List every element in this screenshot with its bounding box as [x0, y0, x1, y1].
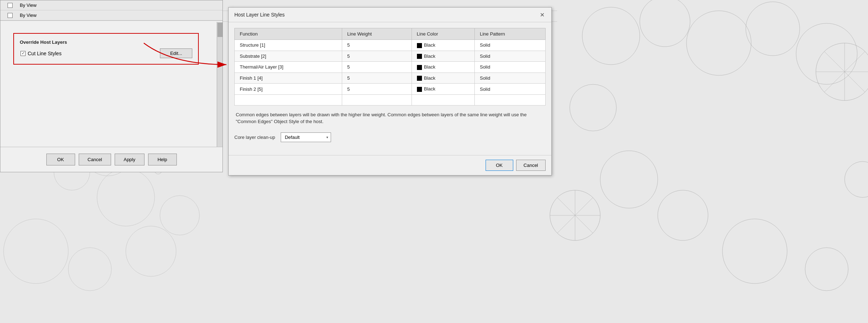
- cell-line-pattern: Solid: [474, 40, 545, 51]
- close-icon[interactable]: ✕: [538, 11, 546, 18]
- host-ok-button[interactable]: OK: [486, 160, 513, 171]
- host-dialog-body: Function Line Weight Line Color Line Pat…: [229, 22, 551, 155]
- svg-point-7: [126, 226, 176, 276]
- main-dialog: By View By View Override Host Layers ✓ C…: [0, 0, 223, 172]
- by-view-label-1: By View: [20, 3, 37, 8]
- color-swatch: [417, 54, 422, 59]
- cut-line-styles-label: Cut Line Styles: [28, 51, 61, 56]
- color-swatch: [417, 76, 422, 81]
- top-rows-section: By View By View: [0, 0, 222, 21]
- cell-line-weight: 5: [342, 62, 412, 73]
- cancel-button[interactable]: Cancel: [79, 154, 111, 165]
- core-layer-dropdown[interactable]: Default None Custom: [281, 132, 331, 142]
- cell-line-weight: 5: [342, 40, 412, 51]
- row-checkbox-2[interactable]: [8, 13, 13, 18]
- cell-function: Finish 1 [4]: [235, 72, 342, 84]
- cell-function: Substrate [2]: [235, 51, 342, 62]
- layer-table: Function Line Weight Line Color Line Pat…: [234, 28, 546, 106]
- table-row[interactable]: Thermal/Air Layer [3] 5 Black Solid: [235, 62, 546, 73]
- cell-line-pattern: Solid: [474, 72, 545, 84]
- svg-point-16: [658, 190, 708, 240]
- ok-button[interactable]: OK: [46, 154, 75, 165]
- table-row: By View: [0, 0, 222, 10]
- svg-point-19: [845, 162, 868, 197]
- cell-line-weight: 5: [342, 51, 412, 62]
- col-header-line-pattern: Line Pattern: [474, 28, 545, 40]
- color-swatch: [417, 43, 422, 48]
- svg-point-10: [640, 0, 690, 47]
- color-swatch: [417, 65, 422, 70]
- table-row[interactable]: Structure [1] 5 Black Solid: [235, 40, 546, 51]
- cut-line-styles-checkbox-row[interactable]: ✓ Cut Line Styles: [20, 50, 62, 57]
- cell-line-pattern: Solid: [474, 62, 545, 73]
- core-layer-label: Core layer clean-up: [234, 135, 275, 140]
- table-row-empty: [235, 94, 546, 105]
- table-row: By View: [0, 10, 222, 20]
- host-cancel-button[interactable]: Cancel: [516, 160, 546, 171]
- svg-point-6: [68, 248, 111, 291]
- override-row: ✓ Cut Line Styles Edit...: [20, 48, 192, 58]
- cell-function: Finish 2 [5]: [235, 84, 342, 95]
- cut-line-styles-checkbox[interactable]: ✓: [20, 51, 26, 56]
- col-header-line-weight: Line Weight: [342, 28, 412, 40]
- svg-point-14: [570, 84, 616, 131]
- svg-point-18: [805, 248, 848, 291]
- cell-line-pattern: Solid: [474, 51, 545, 62]
- table-row[interactable]: Finish 2 [5] 5 Black Solid: [235, 84, 546, 95]
- svg-point-5: [4, 219, 68, 284]
- col-header-line-color: Line Color: [412, 28, 474, 40]
- core-layer-dropdown-wrapper[interactable]: Default None Custom ▾: [281, 132, 331, 142]
- host-dialog-titlebar: Host Layer Line Styles ✕: [229, 8, 551, 22]
- core-layer-row: Core layer clean-up Default None Custom …: [234, 132, 546, 142]
- override-host-layers-section: Override Host Layers ✓ Cut Line Styles E…: [13, 33, 199, 65]
- cell-function: Thermal/Air Layer [3]: [235, 62, 342, 73]
- cell-line-color: Black: [412, 40, 474, 51]
- col-header-function: Function: [235, 28, 342, 40]
- svg-point-15: [600, 151, 658, 208]
- apply-button[interactable]: Apply: [115, 154, 144, 165]
- host-layer-dialog: Host Layer Line Styles ✕ Function Line W…: [228, 7, 552, 175]
- cell-line-color: Black: [412, 51, 474, 62]
- main-dialog-footer: OK Cancel Apply Help: [0, 147, 222, 172]
- cell-line-weight: 5: [342, 72, 412, 84]
- info-text: Common edges between layers will be draw…: [234, 111, 546, 125]
- cell-line-color: Black: [412, 72, 474, 84]
- table-row[interactable]: Substrate [2] 5 Black Solid: [235, 51, 546, 62]
- svg-point-12: [746, 2, 800, 56]
- host-dialog-footer: OK Cancel: [229, 155, 551, 175]
- override-section-title: Override Host Layers: [20, 39, 192, 45]
- row-checkbox-1[interactable]: [8, 3, 13, 8]
- cell-line-weight: 5: [342, 84, 412, 95]
- svg-point-17: [722, 219, 787, 284]
- host-dialog-title: Host Layer Line Styles: [234, 12, 285, 18]
- cell-function: Structure [1]: [235, 40, 342, 51]
- svg-point-9: [582, 7, 640, 65]
- svg-point-11: [686, 11, 751, 75]
- cell-line-color: Black: [412, 84, 474, 95]
- color-swatch: [417, 87, 422, 92]
- svg-point-8: [160, 196, 199, 235]
- help-button[interactable]: Help: [148, 154, 177, 165]
- table-row[interactable]: Finish 1 [4] 5 Black Solid: [235, 72, 546, 84]
- by-view-label-2: By View: [20, 13, 37, 18]
- cell-line-pattern: Solid: [474, 84, 545, 95]
- cell-line-color: Black: [412, 62, 474, 73]
- svg-point-4: [97, 169, 155, 226]
- edit-button[interactable]: Edit...: [160, 48, 192, 58]
